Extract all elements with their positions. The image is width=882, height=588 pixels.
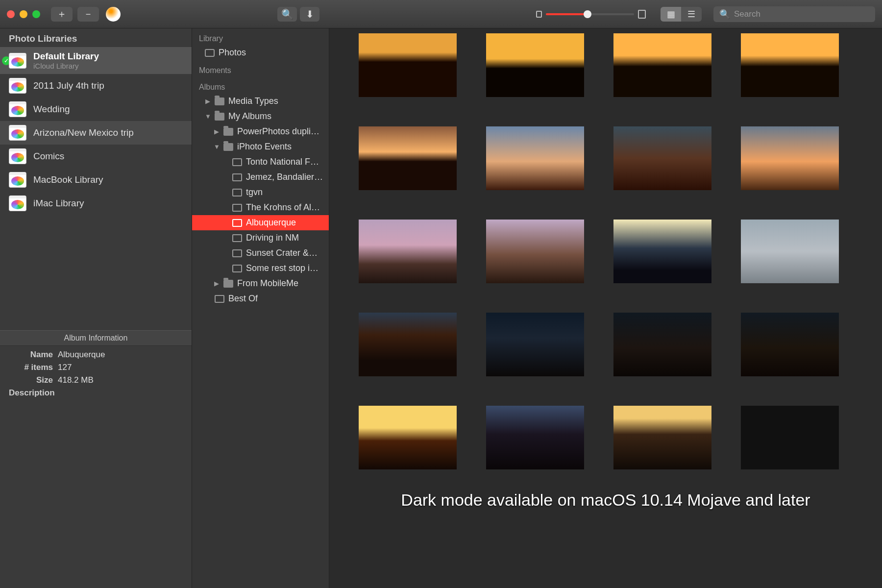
photo-thumbnail[interactable]: [613, 220, 711, 283]
tree-item-photos[interactable]: Photos: [192, 45, 329, 60]
tree-item[interactable]: Sunset Crater &…: [192, 245, 329, 261]
library-item[interactable]: MacBook Library: [0, 168, 192, 192]
info-value: Albuquerque: [58, 350, 183, 360]
tree-item-label: The Krohns of Al…: [246, 202, 320, 213]
disclosure-triangle-icon[interactable]: ▼: [214, 143, 220, 150]
album-info-header: Album Information: [0, 330, 192, 346]
folder-icon: [223, 143, 233, 151]
zoom-thumb[interactable]: [584, 10, 591, 18]
photo-thumbnail[interactable]: [486, 313, 584, 376]
zoom-slider[interactable]: [536, 10, 646, 19]
tree-item-label: From MobileMe: [237, 278, 298, 289]
photo-thumbnail[interactable]: [613, 313, 711, 376]
minimize-button[interactable]: [20, 10, 27, 18]
photo-thumbnail[interactable]: [613, 33, 711, 97]
album-icon: [232, 204, 242, 212]
tree-item[interactable]: Some rest stop i…: [192, 261, 329, 276]
zoom-large-icon: [638, 10, 646, 19]
photo-thumbnail[interactable]: [486, 33, 584, 97]
info-label: # items: [9, 363, 58, 372]
titlebar: ＋ － 🔍 ⬇ ▦ ☰ 🔍: [0, 0, 882, 28]
grid-view-button[interactable]: ▦: [661, 7, 681, 22]
zoom-track[interactable]: [546, 13, 634, 15]
app-icon: [106, 7, 121, 22]
maximize-button[interactable]: [32, 10, 40, 18]
photo-thumbnail[interactable]: [359, 406, 457, 469]
view-mode-segment[interactable]: ▦ ☰: [661, 7, 702, 22]
tree-item[interactable]: Tonto National F…: [192, 154, 329, 170]
tree-item[interactable]: tgvn: [192, 185, 329, 200]
tree-item[interactable]: ▶PowerPhotos duplic…: [192, 124, 329, 139]
download-icon: ⬇: [306, 8, 314, 20]
library-item[interactable]: Wedding: [0, 98, 192, 121]
tree-item[interactable]: ▼iPhoto Events: [192, 139, 329, 154]
folder-icon: [215, 98, 224, 105]
photo-thumbnail[interactable]: [359, 33, 457, 97]
library-item[interactable]: Arizona/New Mexico trip: [0, 121, 192, 145]
tree-item[interactable]: Best Of: [192, 291, 329, 306]
search-tool-button[interactable]: 🔍: [277, 7, 297, 22]
photo-thumbnail[interactable]: [741, 126, 839, 190]
tree-item[interactable]: ▶From MobileMe: [192, 276, 329, 291]
photo-thumbnail[interactable]: [741, 313, 839, 376]
search-input[interactable]: [734, 9, 869, 19]
album-icon: [232, 219, 242, 227]
disclosure-triangle-icon[interactable]: ▶: [214, 128, 220, 135]
disclosure-triangle-icon[interactable]: ▶: [214, 280, 220, 287]
album-icon: [232, 265, 242, 272]
tree-item[interactable]: ▶Media Types: [192, 94, 329, 109]
grid-icon: ▦: [667, 9, 675, 20]
remove-button[interactable]: －: [77, 7, 99, 22]
library-item[interactable]: Comics: [0, 145, 192, 168]
tree-item-label: Sunset Crater &…: [246, 248, 318, 258]
import-button[interactable]: ⬇: [300, 7, 319, 22]
search-field[interactable]: 🔍: [713, 6, 875, 22]
library-item[interactable]: 2011 July 4th trip: [0, 74, 192, 98]
photo-thumbnail[interactable]: [613, 126, 711, 190]
library-title: iMac Library: [33, 198, 84, 209]
zoom-small-icon: [536, 11, 542, 18]
disclosure-triangle-icon[interactable]: ▼: [205, 113, 211, 120]
photo-thumbnail[interactable]: [613, 406, 711, 469]
tree-item-label: Jemez, Bandalier…: [246, 172, 323, 182]
add-button[interactable]: ＋: [51, 7, 73, 22]
source-list: Library Photos Moments Albums ▶Media Typ…: [192, 28, 329, 588]
info-label: Description: [9, 388, 58, 398]
close-button[interactable]: [7, 10, 15, 18]
photo-thumbnail[interactable]: [486, 220, 584, 283]
library-title: 2011 July 4th trip: [33, 80, 104, 91]
section-moments[interactable]: Moments: [192, 60, 329, 77]
photo-thumbnail[interactable]: [741, 33, 839, 97]
album-icon: [232, 189, 242, 196]
photo-thumbnail[interactable]: [741, 220, 839, 283]
tree-item-label: Driving in NM: [246, 233, 299, 243]
library-title: Comics: [33, 151, 64, 162]
libraries-header: Photo Libraries: [0, 28, 192, 47]
photo-thumbnail[interactable]: [359, 313, 457, 376]
photo-library-icon: [9, 172, 26, 188]
library-item[interactable]: iMac Library: [0, 192, 192, 215]
disclosure-triangle-icon[interactable]: ▶: [205, 98, 211, 105]
tree-item[interactable]: Driving in NM: [192, 230, 329, 245]
folder-icon: [223, 128, 233, 136]
photo-thumbnail[interactable]: [486, 126, 584, 190]
info-label: Name: [9, 350, 58, 360]
tree-item[interactable]: Jemez, Bandalier…: [192, 170, 329, 185]
photo-thumbnail[interactable]: [741, 406, 839, 469]
tree-item[interactable]: Albuquerque: [192, 215, 329, 230]
photo-thumbnail[interactable]: [359, 126, 457, 190]
photo-thumbnail[interactable]: [359, 220, 457, 283]
photo-library-icon: [9, 53, 26, 69]
search-icon: 🔍: [719, 9, 730, 20]
tree-item-label: My Albums: [228, 111, 271, 122]
photo-library-icon: [9, 101, 26, 117]
photo-thumbnail[interactable]: [486, 406, 584, 469]
tree-item[interactable]: ▼My Albums: [192, 109, 329, 124]
plus-icon: ＋: [57, 7, 67, 21]
info-label: Size: [9, 375, 58, 385]
photo-library-icon: [9, 125, 26, 141]
tree-item-label: Media Types: [228, 96, 278, 106]
tree-item[interactable]: The Krohns of Al…: [192, 200, 329, 215]
list-view-button[interactable]: ☰: [681, 7, 702, 22]
library-item[interactable]: ✓Default LibraryiCloud Library: [0, 47, 192, 74]
